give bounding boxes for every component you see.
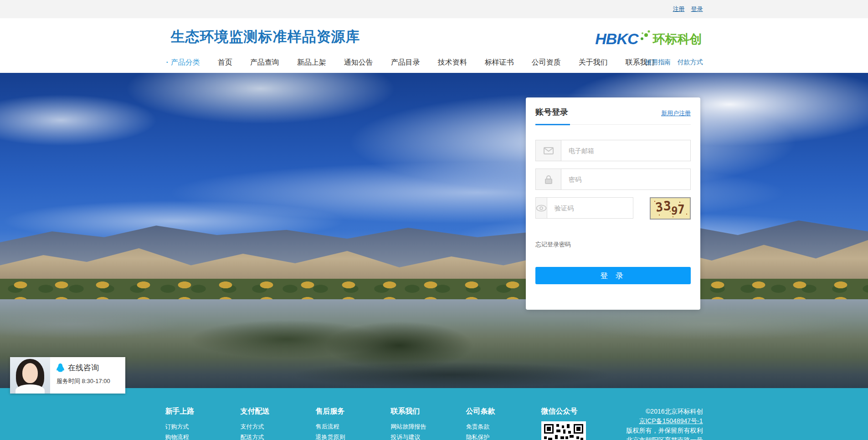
footer-link-aftersales-process[interactable]: 售后流程 bbox=[316, 421, 391, 432]
footer-col-contact: 联系我们 网站故障报告 投诉与建议 bbox=[391, 407, 466, 440]
avatar-face bbox=[22, 363, 38, 383]
forgot-password-link[interactable]: 忘记登录密码 bbox=[535, 240, 691, 249]
captcha-row bbox=[535, 197, 633, 219]
copyright-block: ©2016北京环标科创 京ICP备15048947号-1 版权所有，并保留所有权… bbox=[627, 407, 703, 440]
nav-item-product-category[interactable]: 产品分类 bbox=[166, 58, 200, 67]
footer-col-title: 支付配送 bbox=[241, 407, 316, 416]
captcha-digit: 3 bbox=[655, 200, 664, 214]
agent-avatar bbox=[10, 357, 50, 394]
footer-col-title: 公司条款 bbox=[466, 407, 541, 416]
nav-item-product-catalog[interactable]: 产品目录 bbox=[391, 58, 420, 67]
nav-item-home[interactable]: 首页 bbox=[218, 58, 232, 67]
footer-link-delivery-method[interactable]: 配送方式 bbox=[241, 432, 316, 440]
main-nav: 产品分类 首页 产品查询 新品上架 通知公告 产品目录 技术资料 标样证书 公司… bbox=[166, 58, 655, 67]
logo-company-name: 环标科创 bbox=[653, 31, 702, 47]
footer-col-title: 联系我们 bbox=[391, 407, 466, 416]
footer-link-site-fault-report[interactable]: 网站故障报告 bbox=[391, 421, 466, 432]
topbar: 注册 登录 bbox=[0, 0, 868, 18]
company-logo: HBKC 环标科创 bbox=[595, 30, 702, 48]
footer-col-beginners: 新手上路 订购方式 购物流程 bbox=[165, 407, 241, 440]
captcha-digit: 7 bbox=[678, 204, 685, 215]
online-chat-widget[interactable]: 在线咨询 服务时间 8:30-17:00 bbox=[10, 357, 125, 394]
footer-col-terms: 公司条款 免责条款 隐私保护 bbox=[466, 407, 541, 440]
email-field[interactable] bbox=[561, 140, 690, 161]
copyright-rights: 版权所有，并保留所有权利 bbox=[627, 426, 703, 435]
email-row bbox=[535, 140, 691, 161]
captcha-digit: 3 bbox=[663, 200, 671, 213]
chat-title: 在线咨询 bbox=[68, 363, 99, 373]
nav-item-sample-certificates[interactable]: 标样证书 bbox=[485, 58, 514, 67]
nav-item-new-arrivals[interactable]: 新品上架 bbox=[297, 58, 326, 67]
footer-col-payment-delivery: 支付配送 支付方式 配送方式 bbox=[241, 407, 316, 440]
footer-col-after-sales: 售后服务 售后流程 退换货原则 bbox=[316, 407, 391, 440]
footer-col-title: 新手上路 bbox=[165, 407, 241, 416]
captcha-digit: 9 bbox=[670, 205, 678, 216]
nav-item-notices[interactable]: 通知公告 bbox=[344, 58, 373, 67]
company-address: 北京市朝阳区育慧南路一号 bbox=[627, 435, 703, 440]
footer-link-payment-method[interactable]: 支付方式 bbox=[241, 421, 316, 432]
register-link[interactable]: 注册 bbox=[673, 5, 685, 13]
nav-item-company-qualification[interactable]: 公司资质 bbox=[532, 58, 561, 67]
icp-license-link[interactable]: 京ICP备15048947号-1 bbox=[639, 417, 703, 425]
active-tab-underline bbox=[535, 124, 570, 125]
site-title: 生态环境监测标准样品资源库 bbox=[171, 27, 360, 46]
footer-link-disclaimer[interactable]: 免责条款 bbox=[466, 421, 541, 432]
logo-hbkc-text: HBKC bbox=[595, 30, 638, 48]
site-header: 生态环境监测标准样品资源库 HBKC 环标科创 产品分类 首页 产品查询 新品上… bbox=[0, 18, 868, 73]
footer-link-privacy[interactable]: 隐私保护 bbox=[466, 432, 541, 440]
login-card: 账号登录 新用户注册 bbox=[526, 97, 700, 310]
wechat-qr-code bbox=[541, 421, 586, 440]
footer-col-wechat: 微信公众号 bbox=[541, 407, 610, 440]
footer-link-order-method[interactable]: 订购方式 bbox=[165, 421, 241, 432]
login-card-title: 账号登录 bbox=[535, 107, 568, 118]
eye-icon bbox=[536, 198, 547, 218]
nav-item-technical-docs[interactable]: 技术资料 bbox=[438, 58, 467, 67]
new-user-register-link[interactable]: 新用户注册 bbox=[661, 109, 691, 118]
captcha-image[interactable]: 3 3 9 7 bbox=[650, 197, 691, 220]
site-footer: 新手上路 订购方式 购物流程 支付配送 支付方式 配送方式 售后服务 售后流程 … bbox=[0, 388, 868, 440]
footer-link-shopping-process[interactable]: 购物流程 bbox=[165, 432, 241, 440]
nav-item-product-search[interactable]: 产品查询 bbox=[250, 58, 279, 67]
wechat-title: 微信公众号 bbox=[541, 407, 610, 416]
lock-icon bbox=[536, 169, 561, 189]
hero-banner: 账号登录 新用户注册 bbox=[0, 73, 868, 388]
footer-link-complaints[interactable]: 投诉与建议 bbox=[391, 432, 466, 440]
logo-dots-icon bbox=[639, 30, 651, 41]
header-aux-links: 使用指南 付款方式 bbox=[641, 58, 703, 67]
login-link[interactable]: 登录 bbox=[691, 5, 703, 13]
nav-item-about-us[interactable]: 关于我们 bbox=[579, 58, 608, 67]
avatar-shirt bbox=[15, 384, 45, 394]
envelope-icon bbox=[536, 140, 561, 161]
password-field[interactable] bbox=[561, 169, 690, 189]
hero-treeline-image bbox=[0, 279, 868, 301]
hero-lake-reflections bbox=[0, 299, 868, 388]
login-submit-button[interactable]: 登 录 bbox=[535, 267, 691, 284]
password-row bbox=[535, 169, 691, 190]
footer-link-return-policy[interactable]: 退换货原则 bbox=[316, 432, 391, 440]
copyright-company: ©2016北京环标科创 bbox=[627, 407, 703, 416]
hero-lake-image bbox=[0, 299, 868, 388]
payment-method-link[interactable]: 付款方式 bbox=[678, 58, 703, 66]
chat-service-hours: 服务时间 8:30-17:00 bbox=[56, 377, 125, 385]
qq-penguin-icon bbox=[56, 363, 64, 373]
captcha-field[interactable] bbox=[547, 198, 644, 218]
footer-col-title: 售后服务 bbox=[316, 407, 391, 416]
user-guide-link[interactable]: 使用指南 bbox=[645, 58, 671, 66]
